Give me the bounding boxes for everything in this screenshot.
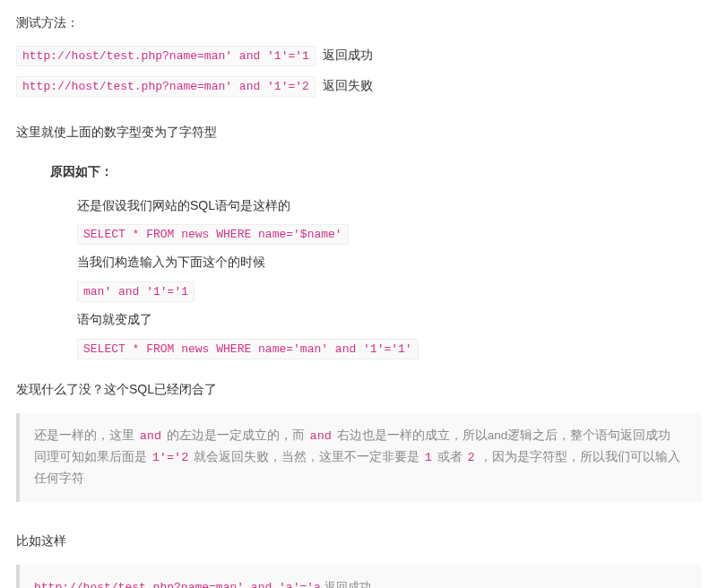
kw-1: 1 — [423, 451, 434, 464]
reason-block: 原因如下： 还是假设我们网站的SQL语句是这样的 SELECT * FROM n… — [50, 161, 702, 359]
reason-text-1: 还是假设我们网站的SQL语句是这样的 — [77, 195, 702, 217]
test-line-1: http://host/test.php?name=man' and '1'='… — [16, 45, 702, 66]
reason-code-1: SELECT * FROM news WHERE name='$name' — [77, 224, 349, 245]
para-closed-sql: 发现什么了没？这个SQL已经闭合了 — [16, 379, 702, 401]
reason-text-2: 当我们构造输入为下面这个的时候 — [77, 252, 702, 273]
para-string-type: 这里就使上面的数字型变为了字符型 — [16, 122, 702, 143]
example-code-block: http://host/test.php?name=man' and 'a'='… — [16, 565, 702, 588]
example-result-1: 返回成功 — [324, 580, 371, 588]
example-code-1: http://host/test.php?name=man' and 'a'='… — [34, 581, 321, 588]
result-text-1: 返回成功 — [323, 48, 373, 62]
kw-expr: 1'='2 — [151, 451, 191, 464]
reason-text-3: 语句就变成了 — [77, 309, 702, 331]
quote-text: 同理可知如果后面是 — [34, 450, 151, 463]
code-test-url-1: http://host/test.php?name=man' and '1'='… — [16, 46, 316, 66]
reason-code-2: man' and '1'='1 — [77, 281, 195, 302]
reason-code-3-wrap: SELECT * FROM news WHERE name='man' and … — [77, 338, 702, 359]
heading-test-method: 测试方法： — [16, 13, 702, 34]
test-line-2: http://host/test.php?name=man' and '1'='… — [16, 75, 702, 97]
kw-and-2: and — [308, 429, 333, 443]
quote-line-2: 同理可知如果后面是 1'='2 就会返回失败，当然，这里不一定非要是 1 或者 … — [34, 447, 688, 489]
explanation-quote: 还是一样的，这里 and 的左边是一定成立的，而 and 右边也是一样的成立，所… — [16, 413, 702, 502]
quote-text: 的左边是一定成立的，而 — [163, 428, 308, 442]
quote-text: 就会返回失败，当然，这里不一定非要是 — [190, 450, 423, 463]
para-example: 比如这样 — [16, 531, 702, 552]
quote-line-1: 还是一样的，这里 and 的左边是一定成立的，而 and 右边也是一样的成立，所… — [34, 426, 688, 447]
result-text-2: 返回失败 — [323, 78, 373, 92]
reason-code-2-wrap: man' and '1'='1 — [77, 281, 702, 302]
kw-and-1: and — [138, 429, 163, 443]
reason-title: 原因如下： — [50, 161, 702, 183]
code-test-url-2: http://host/test.php?name=man' and '1'='… — [16, 76, 316, 97]
quote-text: 右边也是一样的成立，所以and逻辑之后，整个语句返回成功 — [333, 428, 670, 442]
example-row-1: http://host/test.php?name=man' and 'a'='… — [34, 577, 688, 588]
reason-content: 还是假设我们网站的SQL语句是这样的 SELECT * FROM news WH… — [77, 195, 702, 360]
reason-code-1-wrap: SELECT * FROM news WHERE name='$name' — [77, 223, 702, 245]
reason-code-3: SELECT * FROM news WHERE name='man' and … — [77, 339, 419, 359]
kw-2: 2 — [465, 451, 476, 464]
quote-text: 还是一样的，这里 — [34, 428, 138, 442]
quote-text: 或者 — [434, 450, 466, 463]
